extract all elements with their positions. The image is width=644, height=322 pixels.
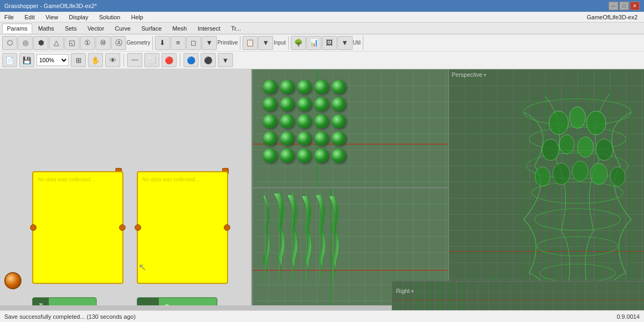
- pan-button[interactable]: ✋: [88, 53, 103, 67]
- maximize-button[interactable]: □: [619, 2, 629, 10]
- prim-btn-3[interactable]: ◻: [186, 36, 201, 50]
- cursor-indicator: ↖: [138, 261, 147, 273]
- util-btn-2[interactable]: 📊: [306, 36, 321, 50]
- svg-point-23: [569, 107, 586, 128]
- sphere-5-5: [332, 149, 346, 163]
- sphere-3-5: [332, 114, 346, 128]
- close-button[interactable]: ✕: [630, 2, 640, 10]
- geo-btn-2[interactable]: ◎: [18, 36, 33, 50]
- sphere-5-2: [280, 149, 294, 163]
- svg-point-32: [590, 163, 608, 185]
- geo-btn-8[interactable]: Ⓐ: [111, 36, 126, 50]
- right-dropdown-icon[interactable]: ▾: [411, 288, 414, 294]
- input-btn-dropdown[interactable]: ▼: [258, 36, 273, 50]
- title-bar: Grasshopper - GameOfLife3D-ex2* ─ □ ✕: [0, 0, 644, 12]
- viewport-perspective[interactable]: Perspective ▾: [449, 69, 645, 305]
- geo-btn-1[interactable]: ⬡: [2, 36, 17, 50]
- geo-btn-7[interactable]: ⑩: [96, 36, 111, 50]
- py-main-inputs: instance: [137, 298, 159, 305]
- tab-params[interactable]: Params: [2, 24, 32, 33]
- menu-solution[interactable]: Solution: [97, 14, 122, 20]
- py-init-node[interactable]: Py init console out instance: [32, 297, 97, 305]
- toolbar-group-primitive-label: Primitive: [217, 40, 238, 46]
- sphere-1-4: [314, 80, 328, 94]
- tab-vector[interactable]: Vector: [83, 24, 109, 33]
- sphere-2-3: [297, 97, 311, 111]
- svg-point-33: [610, 167, 625, 186]
- perspective-dropdown[interactable]: ▾: [484, 72, 486, 78]
- toolbar-group-geometry-label: Geometry: [127, 40, 150, 46]
- orange-circle-icon: [4, 272, 21, 289]
- tab-tr[interactable]: Tr...: [226, 24, 246, 33]
- py-main-node[interactable]: instance Py main console out a: [137, 297, 217, 305]
- sphere-5-4: [314, 149, 328, 163]
- prim-btn-1[interactable]: ⬇: [155, 36, 170, 50]
- geo-btn-5[interactable]: ◱: [64, 36, 79, 50]
- menu-file[interactable]: File: [2, 14, 16, 20]
- panel1-port-right: [119, 224, 126, 231]
- svg-point-29: [535, 167, 550, 186]
- navigate-button[interactable]: 👁: [105, 53, 120, 67]
- group-button[interactable]: ⬜: [144, 53, 159, 67]
- prim-btn-2[interactable]: ≡: [171, 36, 186, 50]
- menu-display[interactable]: Display: [67, 14, 90, 20]
- util-btn-dropdown[interactable]: ▼: [338, 36, 353, 50]
- tab-intersect[interactable]: Intersect: [193, 24, 225, 33]
- perspective-label-text: Perspective: [452, 71, 482, 78]
- svg-point-26: [559, 135, 574, 154]
- save-button[interactable]: 💾: [19, 53, 34, 67]
- sphere-4-1: [263, 131, 277, 145]
- svg-point-31: [572, 161, 588, 181]
- sphere-2-5: [332, 97, 346, 111]
- geo-btn-3[interactable]: ⬢: [33, 36, 48, 50]
- menu-view[interactable]: View: [43, 14, 61, 20]
- preview-btn-2[interactable]: ⚫: [201, 53, 216, 67]
- prim-btn-dropdown[interactable]: ▼: [202, 36, 217, 50]
- geo-btn-4[interactable]: △: [49, 36, 64, 50]
- util-btn-1[interactable]: 🌳: [291, 36, 306, 50]
- zoom-select[interactable]: 100% 75% 150%: [36, 54, 69, 66]
- tab-curve[interactable]: Curve: [110, 24, 135, 33]
- tab-bar: Params Maths Sets Vector Curve Surface M…: [0, 23, 644, 34]
- sphere-3-3: [297, 114, 311, 128]
- preview-btn-1[interactable]: 🔵: [184, 53, 199, 67]
- svg-point-28: [596, 139, 613, 160]
- util-btn-3[interactable]: 🖼: [322, 36, 337, 50]
- menu-edit[interactable]: Edit: [23, 14, 37, 20]
- tab-maths[interactable]: Maths: [33, 24, 59, 33]
- tab-surface[interactable]: Surface: [136, 24, 166, 33]
- main-content: No data was collected... No data was col…: [0, 69, 644, 305]
- new-file-button[interactable]: 📄: [2, 53, 17, 67]
- gh-canvas[interactable]: No data was collected... No data was col…: [0, 69, 252, 305]
- zoom-extents-button[interactable]: ⊞: [71, 53, 86, 67]
- bake-button[interactable]: 🔴: [162, 53, 177, 67]
- menu-help[interactable]: Help: [129, 14, 145, 20]
- right-viewport-svg: [392, 281, 644, 310]
- py-main-outputs: console out a: [175, 298, 217, 305]
- sphere-2-2: [280, 97, 294, 111]
- tab-mesh[interactable]: Mesh: [167, 24, 192, 33]
- geo-btn-6[interactable]: ①: [80, 36, 95, 50]
- viewport-right-bottom[interactable]: [392, 281, 644, 310]
- input-btn-1[interactable]: 📋: [243, 36, 258, 50]
- sphere-2-1: [263, 97, 277, 111]
- tab-sets[interactable]: Sets: [60, 24, 82, 33]
- panel-node-1[interactable]: No data was collected...: [32, 171, 123, 284]
- toolbar-group-input: 📋 ▼ Input: [243, 36, 288, 50]
- toolbar-group-input-label: Input: [274, 40, 286, 46]
- panel-node-2[interactable]: No data was collected...: [137, 171, 228, 284]
- sphere-4-5: [332, 131, 346, 145]
- sphere-4-4: [314, 131, 328, 145]
- sphere-5-1: [263, 149, 277, 163]
- preview-dropdown[interactable]: ▼: [218, 53, 233, 67]
- twisted-shapes-svg: [258, 191, 354, 282]
- minimize-button[interactable]: ─: [609, 2, 618, 10]
- toolbar-divider: [123, 54, 124, 67]
- right-label-text: Right: [396, 288, 410, 294]
- sphere-4-2: [280, 131, 294, 145]
- svg-point-27: [577, 137, 594, 157]
- py-init-outputs: console out instance: [49, 298, 96, 305]
- perspective-3d-svg: Z X Y: [481, 80, 645, 305]
- viewport-top-left[interactable]: [252, 69, 448, 187]
- draw-wire-button[interactable]: 〰: [127, 53, 142, 67]
